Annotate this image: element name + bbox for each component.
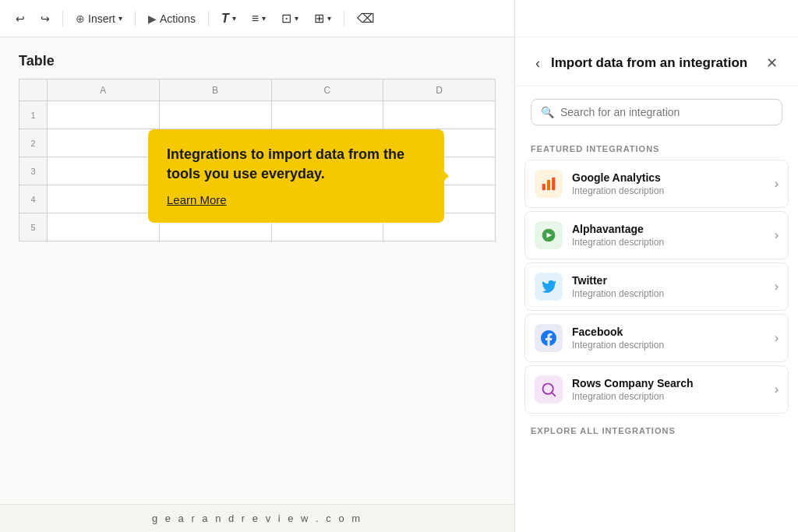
align-chevron-icon: ▾: [262, 14, 266, 23]
toolbar-divider-1: [62, 11, 63, 26]
eraser-button[interactable]: ⌫: [351, 8, 381, 29]
facebook-arrow-icon: ›: [775, 331, 779, 345]
facebook-desc: Integration description: [572, 340, 775, 351]
alphavantage-icon: [535, 221, 563, 249]
row-num-2: 2: [19, 129, 48, 157]
insert-icon: ⊕: [76, 12, 85, 25]
facebook-info: Facebook Integration description: [572, 326, 775, 351]
eraser-icon: ⌫: [357, 11, 375, 26]
panel-title: Import data from an integration: [551, 55, 761, 71]
cell-a2[interactable]: [48, 129, 160, 157]
integration-item-google-analytics[interactable]: Google Analytics Integration description…: [524, 160, 789, 208]
google-analytics-arrow-icon: ›: [775, 177, 779, 191]
alphavantage-arrow-icon: ›: [775, 228, 779, 242]
cell-a5[interactable]: [48, 213, 160, 241]
google-analytics-name: Google Analytics: [572, 171, 775, 184]
twitter-arrow-icon: ›: [775, 280, 779, 294]
svg-rect-1: [547, 180, 550, 190]
table-row: 1: [19, 101, 496, 129]
panel-header: ‹ Import data from an integration ✕: [515, 37, 798, 86]
svg-line-6: [552, 393, 556, 396]
twitter-name: Twitter: [572, 274, 775, 287]
rows-company-search-arrow-icon: ›: [775, 382, 779, 396]
svg-rect-2: [552, 178, 555, 191]
cell-a3[interactable]: [48, 157, 160, 185]
col-header-a: A: [48, 79, 160, 101]
twitter-icon: [535, 273, 563, 301]
image-chevron-icon: ▾: [295, 14, 298, 23]
grid-button[interactable]: ⊞ ▾: [308, 8, 337, 29]
image-icon: ⊡: [281, 11, 291, 26]
cell-b1[interactable]: [159, 101, 271, 129]
row-num-5: 5: [19, 213, 48, 241]
undo-button[interactable]: ↩: [9, 9, 31, 28]
search-input[interactable]: [560, 106, 772, 118]
tooltip-popup: Integrations to import data from the too…: [148, 129, 444, 223]
spreadsheet-area: Table A B C D 1: [0, 37, 514, 532]
facebook-name: Facebook: [572, 326, 775, 338]
search-icon: 🔍: [541, 106, 554, 118]
corner-header: [19, 79, 48, 101]
grid-chevron-icon: ▾: [327, 14, 331, 23]
undo-icon: ↩: [16, 12, 25, 25]
integration-item-rows-company-search[interactable]: Rows Company Search Integration descript…: [524, 365, 789, 414]
toolbar: ↩ ↪ ⊕ Insert ▾ ▶ Actions T ▾ ≡: [0, 0, 514, 37]
align-icon: ≡: [252, 12, 259, 26]
search-container: 🔍: [515, 86, 798, 138]
right-panel: ‹ Import data from an integration ✕ 🔍 FE…: [514, 37, 798, 532]
twitter-desc: Integration description: [572, 288, 775, 299]
toolbar-divider-2: [135, 11, 136, 26]
toolbar-divider-3: [208, 11, 209, 26]
actions-play-icon: ▶: [148, 12, 157, 25]
insert-button[interactable]: ⊕ Insert ▾: [69, 9, 129, 28]
alphavantage-info: Alphavantage Integration description: [572, 223, 775, 248]
grid-container: A B C D 1: [0, 79, 514, 241]
tooltip-text: Integrations to import data from the too…: [167, 145, 425, 184]
google-analytics-info: Google Analytics Integration description: [572, 171, 775, 196]
text-chevron-icon: ▾: [232, 14, 236, 23]
grid-icon: ⊞: [314, 11, 324, 26]
learn-more-link[interactable]: Learn More: [167, 193, 227, 206]
cell-c1[interactable]: [271, 101, 383, 129]
row-num-4: 4: [19, 185, 48, 213]
actions-button[interactable]: ▶ Actions: [142, 9, 202, 28]
google-analytics-desc: Integration description: [572, 185, 775, 196]
cell-d1[interactable]: [383, 101, 496, 129]
integration-item-twitter[interactable]: Twitter Integration description ›: [524, 262, 789, 311]
align-button[interactable]: ≡ ▾: [245, 9, 272, 29]
svg-rect-0: [542, 184, 546, 190]
alphavantage-desc: Integration description: [572, 237, 775, 248]
image-button[interactable]: ⊡ ▾: [275, 8, 305, 29]
twitter-info: Twitter Integration description: [572, 274, 775, 299]
text-format-button[interactable]: T ▾: [215, 9, 242, 29]
redo-button[interactable]: ↪: [34, 9, 56, 28]
featured-label: FEATURED INTEGRATIONS: [515, 138, 798, 160]
alphavantage-name: Alphavantage: [572, 223, 775, 235]
row-num-3: 3: [19, 157, 48, 185]
col-header-c: C: [271, 79, 383, 101]
insert-chevron-icon: ▾: [118, 14, 122, 23]
integration-list: Google Analytics Integration description…: [515, 160, 798, 414]
rows-company-search-icon: [535, 375, 563, 403]
redo-icon: ↪: [41, 12, 50, 25]
toolbar-divider-4: [344, 11, 344, 26]
rows-company-search-desc: Integration description: [572, 391, 775, 402]
text-format-icon: T: [221, 12, 229, 26]
panel-close-button[interactable]: ✕: [761, 53, 782, 73]
integration-item-facebook[interactable]: Facebook Integration description ›: [524, 314, 789, 362]
panel-top-spacer: [514, 0, 798, 37]
integration-item-alphavantage[interactable]: Alphavantage Integration description ›: [524, 211, 789, 259]
rows-company-search-name: Rows Company Search: [572, 377, 775, 389]
explore-label: EXPLORE ALL INTEGRATIONS: [515, 414, 798, 442]
footer-watermark: g e a r a n d r e v i e w . c o m: [0, 504, 514, 532]
col-header-d: D: [383, 79, 496, 101]
search-box: 🔍: [531, 99, 782, 125]
cell-a4[interactable]: [48, 185, 160, 213]
cell-a1[interactable]: [48, 101, 160, 129]
sheet-title: Table: [0, 37, 514, 79]
panel-back-button[interactable]: ‹: [531, 54, 545, 73]
facebook-icon: [535, 324, 563, 352]
row-num-1: 1: [19, 101, 48, 129]
google-analytics-icon: [535, 170, 563, 198]
insert-label: Insert: [88, 12, 115, 25]
